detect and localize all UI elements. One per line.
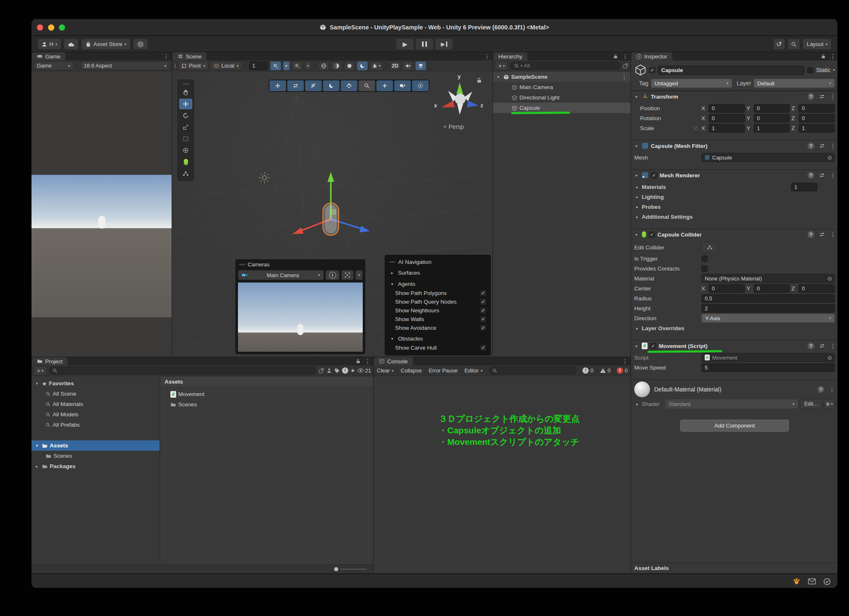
overlay-move-button[interactable] [269, 80, 286, 91]
tab-console[interactable]: Console [374, 357, 413, 365]
help-icon[interactable]: ? [817, 386, 824, 393]
console-log-area[interactable]: ３Ｄプロジェクト作成からの変更点 ・Capsuleオブジェクトの追加 ・Move… [374, 377, 631, 573]
edit-collider-tool[interactable] [179, 168, 192, 179]
show-path-query-nodes-checkbox[interactable]: ✓ [480, 299, 486, 305]
project-menu-kebab[interactable]: ⋮ [365, 358, 371, 364]
increment-snap-button[interactable] [292, 61, 303, 70]
mesh-object-field[interactable]: Capsule ⊙ [701, 153, 835, 162]
show-neighbours-checkbox[interactable]: ✓ [480, 307, 486, 314]
shader-dropdown[interactable]: Standard▾ [665, 399, 798, 408]
overlay-grid-button[interactable] [305, 80, 322, 91]
grid-size-field[interactable]: 1 [249, 61, 268, 70]
height-field[interactable]: 2 [701, 304, 835, 313]
overlay-skybox-button[interactable] [323, 80, 340, 91]
tab-project[interactable]: Project [32, 357, 68, 365]
hand-tool[interactable] [179, 87, 192, 98]
gizmo-z-label[interactable]: z [480, 102, 483, 109]
gizmo-y-label[interactable]: y [458, 73, 461, 80]
pause-button[interactable] [415, 38, 434, 50]
lock-icon[interactable] [613, 54, 618, 59]
console-search-input[interactable] [489, 367, 577, 374]
position-y-field[interactable]: 0 [754, 104, 790, 113]
is-trigger-checkbox[interactable] [701, 256, 708, 262]
transform-header[interactable]: ▾ Transform ? ⋮ [631, 91, 838, 102]
project-search-input[interactable] [49, 367, 316, 374]
capsule-collider-header[interactable]: ▾ ✓ Capsule Collider ? ⋮ [631, 229, 838, 240]
help-icon[interactable]: ? [808, 93, 814, 100]
object-picker-icon[interactable]: ⊙ [825, 155, 834, 161]
scene-options-kebab[interactable]: ⋮ [621, 74, 627, 80]
visibility-toggle[interactable]: 21 [357, 367, 371, 374]
tab-inspector[interactable]: i Inspector [631, 52, 672, 60]
overlay-search-button[interactable] [359, 80, 375, 91]
mail-notification-icon[interactable] [808, 578, 816, 585]
collapse-button[interactable]: Collapse [398, 365, 426, 376]
layer-dropdown[interactable]: Default▾ [754, 79, 835, 88]
scale-z-field[interactable]: 1 [798, 124, 835, 133]
overlay-camera-button[interactable] [394, 80, 411, 91]
projection-mode[interactable]: <Persp [444, 123, 464, 130]
object-picker-icon[interactable]: ⊙ [825, 275, 834, 282]
surfaces-foldout[interactable]: ▸Surfaces [389, 268, 486, 278]
rotation-z-field[interactable]: 0 [798, 114, 835, 123]
script-object-field[interactable]: # Movement ⊙ [701, 353, 835, 362]
audio-toggle-button[interactable] [344, 61, 355, 70]
camera-select-dropdown[interactable]: Main Camera ▾ [238, 270, 324, 280]
skybox-toggle-button[interactable] [357, 61, 368, 70]
material-header[interactable]: Default-Material (Material) ? ⋮ [631, 380, 838, 399]
center-y-field[interactable]: 0 [754, 284, 790, 293]
position-z-field[interactable]: 0 [798, 104, 835, 113]
cloud-button[interactable] [64, 39, 79, 50]
rotation-x-field[interactable]: 0 [708, 114, 745, 123]
orientation-dropdown[interactable]: Local▾ [211, 61, 242, 70]
favorite-all-materials[interactable]: All Materials [32, 399, 160, 409]
cloud-activity-icon[interactable] [793, 577, 800, 585]
overlay-settings-button[interactable] [287, 80, 304, 91]
move-speed-field[interactable]: 5 [701, 363, 835, 372]
component-kebab[interactable]: ⋮ [830, 172, 836, 178]
warning-badge[interactable]: 0 [597, 365, 614, 376]
physics-material-field[interactable]: None (Physics Material) ⊙ [701, 274, 835, 283]
tree-scenes-folder[interactable]: Scenes [32, 451, 160, 461]
show-path-polygons-checkbox[interactable]: ✓ [480, 290, 486, 296]
icon-size-slider-track[interactable] [341, 569, 366, 570]
play-button[interactable]: ▶ [396, 38, 414, 50]
pivot-dropdown[interactable]: Pivot▾ [178, 61, 209, 70]
provides-contacts-checkbox[interactable] [701, 266, 708, 272]
overlay-gizmos-button[interactable] [341, 80, 357, 91]
account-button[interactable]: H▾ [37, 39, 61, 50]
create-asset-button[interactable]: +▾ [34, 366, 47, 375]
movement-header[interactable]: ▾ # ✓ Movement (Script) ? ⋮ [631, 341, 838, 351]
scale-tool[interactable] [179, 122, 192, 133]
tree-assets-folder[interactable]: ▾ Assets [32, 440, 160, 451]
edit-collider-button[interactable] [701, 242, 718, 253]
overlay-transform-button[interactable] [376, 80, 393, 91]
show-walls-checkbox[interactable]: ✓ [480, 316, 486, 322]
material-foldout[interactable]: ▸ [634, 402, 640, 406]
favorite-all-scene[interactable]: All Scene [32, 389, 160, 399]
show-carve-hull-checkbox[interactable]: ✓ [480, 345, 486, 351]
collider-enabled-checkbox[interactable]: ✓ [649, 232, 655, 238]
scene-picker-icon[interactable] [623, 63, 628, 69]
object-picker-icon[interactable]: ⊙ [825, 355, 834, 361]
hierarchy-item-main-camera[interactable]: Main Camera [493, 82, 631, 92]
shader-edit-button[interactable]: Edit... [800, 399, 822, 409]
asset-item-movement[interactable]: # Movement [160, 389, 373, 399]
grid-snap-dropdown[interactable]: ▾ [283, 61, 290, 70]
selected-capsule-object[interactable] [323, 203, 339, 236]
show-avoidance-checkbox[interactable]: ✓ [480, 325, 486, 331]
2d-mode-button[interactable]: 2D [390, 61, 400, 70]
camera-frame-button[interactable] [341, 270, 354, 280]
materials-foldout[interactable]: ▸Materials 1 [634, 182, 835, 192]
help-icon[interactable]: ? [808, 143, 814, 149]
presets-icon[interactable] [819, 343, 825, 349]
icon-size-slider-thumb[interactable] [334, 567, 338, 571]
search-by-type-icon[interactable] [326, 368, 332, 374]
hierarchy-search-input[interactable]: ▾ All [510, 62, 621, 70]
mesh-renderer-enabled-checkbox[interactable]: ✓ [651, 172, 657, 179]
console-menu-kebab[interactable]: ⋮ [622, 358, 628, 364]
presets-icon[interactable] [819, 94, 825, 99]
increment-snap-dropdown[interactable]: ▾ [305, 61, 311, 70]
create-object-button[interactable]: +▾ [495, 61, 508, 70]
open-search-window-icon[interactable] [318, 368, 324, 374]
